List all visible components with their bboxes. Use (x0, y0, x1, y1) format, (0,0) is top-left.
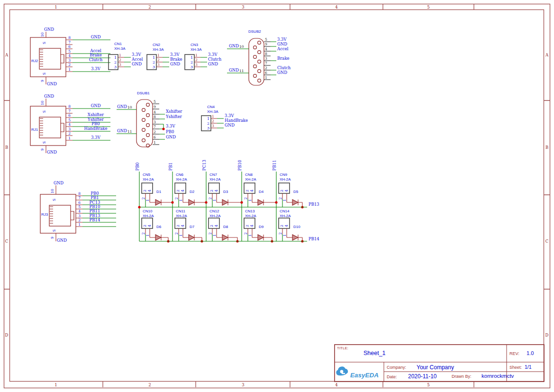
ruler-label: 5 (427, 383, 429, 387)
pin-number: 1 (179, 234, 183, 237)
sheet-value[interactable]: 1/1 (525, 364, 532, 370)
pin-number: 5 (154, 100, 156, 104)
net-label: PC13 (202, 160, 207, 171)
connector-cn1[interactable]: CN1 XH-3A 1 2 3 1 2 3 3.3V Accel GND (109, 42, 143, 70)
date-label: Date: (387, 374, 397, 379)
matrix-row2[interactable]: CN10 XH-2A 2 4 2 1 D6 CN11 XH-2A 2 4 2 1… (139, 209, 319, 243)
pin-number: 3 (191, 65, 193, 69)
junction-dot (138, 206, 140, 208)
reference-designator: CN13 (245, 209, 255, 213)
net-label: GND (44, 27, 54, 32)
pin-number: 1 (145, 234, 150, 237)
part-name: XH-3A (114, 46, 126, 51)
sheet-title[interactable]: Sheet_1 (363, 350, 386, 356)
diode-d1[interactable] (155, 200, 173, 205)
pin-number: 1 (68, 67, 71, 72)
pin-number: 5 (68, 118, 71, 122)
pin-number: 10 (40, 100, 45, 105)
net-label: PB14 (90, 218, 100, 222)
diode-d2[interactable] (189, 200, 206, 205)
net-label: GND (225, 123, 235, 128)
pin-number: 1 (78, 222, 81, 227)
reference-designator: D10 (293, 225, 300, 229)
part-name: XH-2A (280, 214, 291, 218)
pin-number: 5 (68, 49, 71, 54)
connector-dsub1[interactable]: DSUB1 5 9 4 8 3 7 2 6 1 Xshifter Yshifte… (117, 91, 182, 147)
rev-value[interactable]: 1.0 (527, 350, 534, 356)
net-label: PB11 (272, 160, 277, 171)
part-name: XH-3A (153, 47, 164, 52)
pin-number: 7 (154, 125, 156, 129)
diode-d10[interactable] (292, 235, 302, 241)
net-label: Xshifter (88, 112, 104, 117)
net-label: PB0 (135, 163, 140, 171)
diode-d4[interactable] (258, 200, 276, 205)
pin-number: 1 (145, 199, 150, 201)
net-label: HandBrake (225, 118, 248, 123)
company-value[interactable]: Your Company (417, 364, 454, 371)
pin-number: 2 (174, 232, 179, 235)
date-value[interactable]: 2020-11-10 (408, 373, 437, 380)
pin-number: 3 (78, 214, 81, 218)
connector-dsub2[interactable]: DSUB2 5 9 4 8 3 7 2 6 1 3.3V GND Accel B… (227, 29, 291, 85)
connector-cn2[interactable]: CN2 XH-3A 1 2 3 1 2 3 3.3V Brake GND (147, 43, 182, 70)
pin-number: 2 (174, 197, 179, 200)
pin-number: 4 (214, 225, 218, 227)
net-label: Brake (90, 53, 102, 57)
pin-number: 8 (154, 115, 156, 119)
sheet-label: Sheet: (509, 365, 522, 370)
pin-number: 1 (195, 53, 198, 57)
connector-cn4[interactable]: CN4 XH-3A 1 2 3 1 2 3 3.3V HandBrake GND (201, 105, 248, 131)
pin-number: 10 (127, 105, 132, 109)
pin-number: 7 (68, 109, 71, 113)
part-name: XH-2A (209, 214, 221, 218)
pin-number: 1 (191, 55, 193, 60)
pin-number: 4 (181, 225, 185, 227)
pin-number: 4 (68, 54, 71, 58)
pin-number: 2 (212, 119, 214, 123)
ruler-label: D (5, 333, 9, 337)
net-label: PB1 (168, 163, 173, 171)
pin-number: 2 (265, 66, 267, 70)
net-label: Clutch (208, 57, 222, 62)
pin-number: 3 (68, 58, 71, 63)
drawn-by-value[interactable]: kornrockmctv (481, 373, 514, 379)
reference-designator: CN10 (143, 209, 153, 213)
pin-number: 2 (78, 218, 81, 222)
part-name: XH-2A (143, 214, 154, 218)
ruler-label: 4 (335, 383, 337, 387)
diode-d5[interactable] (292, 200, 302, 207)
net-label: 3.3V (170, 52, 180, 57)
connector-rj2[interactable]: GND 10 S RJ2 8 7 6 5 4 3 2 1 GND Accel B… (30, 27, 110, 86)
diode-d7[interactable] (189, 235, 202, 241)
pin-number: 3 (157, 63, 160, 67)
ruler-label: 4 (335, 5, 337, 9)
pin-number: 2 (154, 130, 156, 134)
pin-number: 9 (154, 105, 156, 109)
net-label: GND (91, 103, 100, 108)
part-name: XH-2A (209, 177, 221, 182)
diode-d9[interactable] (258, 235, 272, 241)
pin-number: 1 (265, 75, 267, 80)
net-label: PB0 (91, 121, 100, 126)
net-label: PB11 (90, 209, 100, 213)
pin-number: 1 (157, 53, 160, 57)
schematic-canvas[interactable]: 1 2 3 4 5 1 2 3 4 5 A B C D A B C D GND (0, 0, 554, 392)
diode-d8[interactable] (222, 235, 237, 241)
pin-number: 4 (214, 190, 218, 192)
connector-rj1[interactable]: GND 10 S RJ1 8 7 6 5 4 3 2 1 GND Xshifte… (30, 94, 110, 155)
pin-number: 4 (154, 110, 156, 114)
matrix-row1[interactable]: CN5 XH-2A 2 4 2 1 D1 CN6 XH-2A 2 4 2 1 D… (138, 173, 319, 209)
diode-d6[interactable] (155, 235, 168, 241)
pin-number: 2 (176, 225, 180, 227)
pin-number: 2 (195, 58, 198, 62)
junction-dot (205, 201, 207, 203)
ruler-label: A (545, 53, 549, 57)
connector-cn3[interactable]: CN3 XH-3A 1 2 3 1 2 3 3.3V Clutch GND (185, 43, 222, 70)
part-name: XH-2A (245, 214, 256, 218)
ruler-label: 5 (427, 5, 429, 9)
connector-rj3[interactable]: GND 10 S RJ3 8 7 6 5 4 3 2 1 PB0 PB1 PC1… (40, 181, 116, 243)
net-label: Accel (131, 57, 143, 62)
pin-number: 4 (78, 209, 81, 213)
diode-d3[interactable] (222, 200, 242, 205)
